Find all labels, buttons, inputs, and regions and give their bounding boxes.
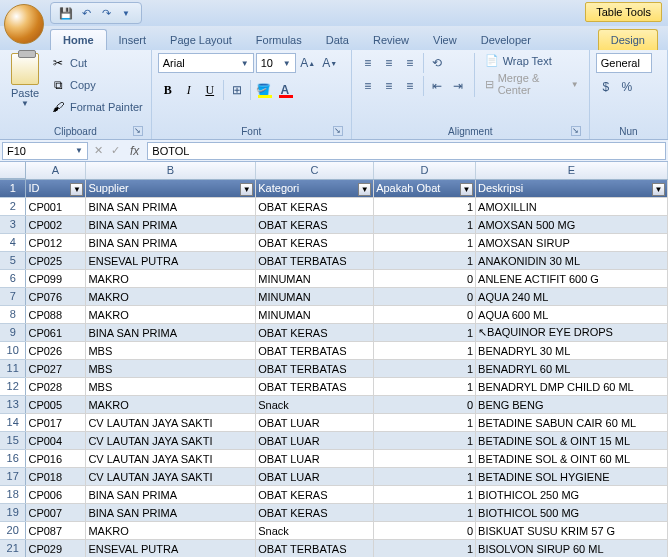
row-header[interactable]: 19 xyxy=(0,504,26,522)
row-header[interactable]: 13 xyxy=(0,396,26,414)
cell[interactable]: AMOXILLIN xyxy=(476,198,668,216)
cell[interactable]: 1 xyxy=(374,468,476,486)
cell[interactable]: OBAT TERBATAS xyxy=(256,378,374,396)
cell[interactable]: CP005 xyxy=(26,396,86,414)
table-header-cell[interactable]: ID▼ xyxy=(26,180,86,198)
cell[interactable]: CP012 xyxy=(26,234,86,252)
italic-button[interactable]: I xyxy=(179,80,199,100)
cell[interactable]: MBS xyxy=(86,342,256,360)
cell[interactable]: CP027 xyxy=(26,360,86,378)
grow-font-button[interactable]: A▲ xyxy=(298,53,318,73)
orientation-button[interactable]: ⟲ xyxy=(427,53,447,73)
cell[interactable]: OBAT KERAS xyxy=(256,486,374,504)
row-header[interactable]: 6 xyxy=(0,270,26,288)
cell[interactable]: MAKRO xyxy=(86,522,256,540)
formula-input[interactable]: BOTOL xyxy=(147,142,666,160)
row-header[interactable]: 16 xyxy=(0,450,26,468)
row-header[interactable]: 18 xyxy=(0,486,26,504)
cell[interactable]: 1 xyxy=(374,234,476,252)
filter-dropdown-icon[interactable]: ▼ xyxy=(652,183,665,196)
fx-icon[interactable]: fx xyxy=(124,144,145,158)
cell[interactable]: OBAT TERBATAS xyxy=(256,360,374,378)
cell[interactable]: 0 xyxy=(374,522,476,540)
cell[interactable]: CP001 xyxy=(26,198,86,216)
border-button[interactable]: ⊞ xyxy=(227,80,247,100)
cell[interactable]: 1 xyxy=(374,450,476,468)
row-header[interactable]: 7 xyxy=(0,288,26,306)
cell[interactable]: MINUMAN xyxy=(256,270,374,288)
cell[interactable]: BINA SAN PRIMA xyxy=(86,234,256,252)
cell[interactable]: 1 xyxy=(374,198,476,216)
cell[interactable]: AQUA 240 ML xyxy=(476,288,668,306)
cell[interactable]: 0 xyxy=(374,270,476,288)
cell[interactable]: OBAT LUAR xyxy=(256,432,374,450)
cell[interactable]: CP002 xyxy=(26,216,86,234)
row-header[interactable]: 17 xyxy=(0,468,26,486)
copy-button[interactable]: ⧉Copy xyxy=(48,75,145,95)
cell[interactable]: OBAT KERAS xyxy=(256,216,374,234)
filter-dropdown-icon[interactable]: ▼ xyxy=(460,183,473,196)
filter-dropdown-icon[interactable]: ▼ xyxy=(358,183,371,196)
tab-formulas[interactable]: Formulas xyxy=(244,30,314,50)
cell[interactable]: BETADINE SOL & OINT 15 ML xyxy=(476,432,668,450)
cell[interactable]: 1 xyxy=(374,378,476,396)
cell[interactable]: BETADINE SOL HYGIENE xyxy=(476,468,668,486)
row-header[interactable]: 12 xyxy=(0,378,26,396)
cell[interactable]: ENSEVAL PUTRA xyxy=(86,252,256,270)
row-header[interactable]: 2 xyxy=(0,198,26,216)
table-header-cell[interactable]: Apakah Obat▼ xyxy=(374,180,476,198)
row-header[interactable]: 11 xyxy=(0,360,26,378)
fill-color-button[interactable]: 🪣 xyxy=(254,80,274,100)
row-header[interactable]: 4 xyxy=(0,234,26,252)
paste-button[interactable]: Paste ▼ xyxy=(6,53,44,108)
align-top-button[interactable]: ≡ xyxy=(358,53,378,73)
cell[interactable]: BETADINE SOL & OINT 60 ML xyxy=(476,450,668,468)
clipboard-dialog-launcher[interactable]: ↘ xyxy=(133,126,143,136)
cell[interactable]: BIOTHICOL 250 MG xyxy=(476,486,668,504)
cell[interactable]: OBAT TERBATAS xyxy=(256,540,374,558)
cell[interactable]: 0 xyxy=(374,396,476,414)
table-header-cell[interactable]: Kategori▼ xyxy=(256,180,374,198)
tab-review[interactable]: Review xyxy=(361,30,421,50)
wrap-text-button[interactable]: 📄Wrap Text xyxy=(481,53,583,68)
cell[interactable]: OBAT LUAR xyxy=(256,468,374,486)
save-icon[interactable]: 💾 xyxy=(59,6,73,20)
cell[interactable]: BENADRYL 60 ML xyxy=(476,360,668,378)
align-left-button[interactable]: ≡ xyxy=(358,76,378,96)
cell[interactable]: CP006 xyxy=(26,486,86,504)
font-name-combo[interactable]: Arial▼ xyxy=(158,53,254,73)
percent-format-button[interactable]: % xyxy=(617,77,637,97)
cell[interactable]: BINA SAN PRIMA xyxy=(86,504,256,522)
tab-developer[interactable]: Developer xyxy=(469,30,543,50)
cell[interactable]: MBS xyxy=(86,378,256,396)
cell[interactable]: OBAT KERAS xyxy=(256,504,374,522)
cell[interactable]: OBAT LUAR xyxy=(256,414,374,432)
align-middle-button[interactable]: ≡ xyxy=(379,53,399,73)
cell[interactable]: AQUA 600 ML xyxy=(476,306,668,324)
cell[interactable]: BENG BENG xyxy=(476,396,668,414)
column-header-C[interactable]: C xyxy=(256,162,374,179)
cell[interactable]: BISOLVON SIRUP 60 ML xyxy=(476,540,668,558)
office-button[interactable] xyxy=(4,4,44,44)
enter-icon[interactable]: ✓ xyxy=(107,144,124,157)
row-header[interactable]: 20 xyxy=(0,522,26,540)
cell[interactable]: OBAT TERBATAS xyxy=(256,342,374,360)
cell[interactable]: 1 xyxy=(374,324,476,342)
cell[interactable]: MAKRO xyxy=(86,396,256,414)
cell[interactable]: CV LAUTAN JAYA SAKTI xyxy=(86,450,256,468)
cell[interactable]: 1 xyxy=(374,504,476,522)
select-all-corner[interactable] xyxy=(0,162,26,179)
cell[interactable]: BINA SAN PRIMA xyxy=(86,486,256,504)
cell[interactable]: CP076 xyxy=(26,288,86,306)
font-size-combo[interactable]: 10▼ xyxy=(256,53,296,73)
alignment-dialog-launcher[interactable]: ↘ xyxy=(571,126,581,136)
increase-indent-button[interactable]: ⇥ xyxy=(448,76,468,96)
row-header[interactable]: 10 xyxy=(0,342,26,360)
cell[interactable]: OBAT KERAS xyxy=(256,198,374,216)
cell[interactable]: ↖BAQUINOR EYE DROPS xyxy=(476,324,668,342)
row-header[interactable]: 1 xyxy=(0,180,26,198)
cell[interactable]: 1 xyxy=(374,540,476,558)
cut-button[interactable]: ✂Cut xyxy=(48,53,145,73)
cell[interactable]: MBS xyxy=(86,360,256,378)
cell[interactable]: BENADRYL 30 ML xyxy=(476,342,668,360)
